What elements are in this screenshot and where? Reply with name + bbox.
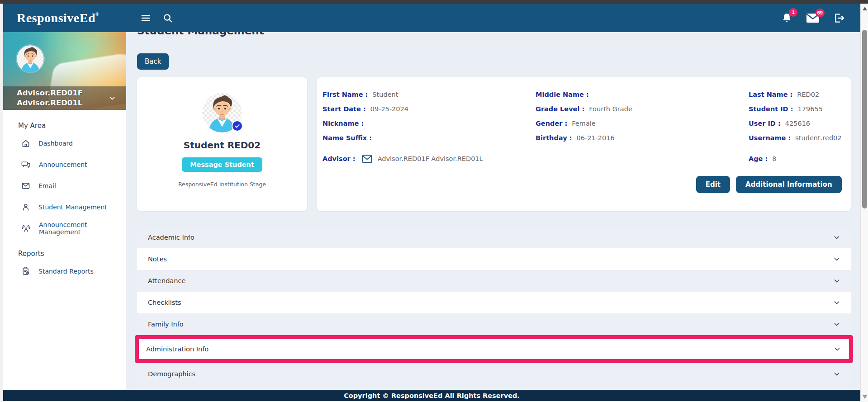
student-name: Student RED02: [184, 140, 261, 151]
accordion-row-notes[interactable]: Notes: [137, 248, 851, 270]
info-row: Student ID179655: [749, 102, 842, 116]
sidebar-item-label: Dashboard: [38, 140, 73, 147]
sidebar-item-label: Announcement Management: [39, 221, 126, 236]
search-icon[interactable]: [162, 13, 173, 24]
sidebar-item-announcement-management[interactable]: Announcement Management: [3, 218, 126, 239]
info-row: Birthday06-21-2016: [536, 131, 749, 145]
accordion-row-demographics[interactable]: Demographics: [137, 363, 851, 385]
responsiveed-logo[interactable]: ResponsiveEd®: [17, 11, 99, 25]
info-row: GenderFemale: [536, 116, 749, 131]
student-profile-card: Student RED02 Message Student Responsive…: [137, 77, 307, 211]
people-group-icon: [21, 224, 31, 233]
footer-bar: Copyright © ResponsiveEd All Rights Rese…: [3, 390, 860, 401]
chevron-down-icon[interactable]: [833, 320, 841, 328]
info-row: Start Date09-25-2024: [323, 102, 536, 116]
scrollbar-up-arrow-icon[interactable]: [863, 7, 867, 10]
scrollbar-thumb[interactable]: [862, 30, 867, 208]
sidebar-item-label: Standard Reports: [38, 268, 94, 275]
app-chrome: ResponsiveEd® 1: [3, 4, 860, 402]
age-row: Age8: [749, 151, 842, 166]
profile-chevron-down-icon[interactable]: [108, 94, 116, 102]
info-row: Grade LevelFourth Grade: [536, 102, 749, 116]
sidebar-item-announcement[interactable]: Announcement: [3, 154, 126, 175]
accordion-row-checklists[interactable]: Checklists: [137, 292, 851, 313]
info-row: Nickname: [323, 116, 536, 131]
advisor-name-line2: Advisor.RED01L: [17, 98, 83, 108]
nav-section-reports: Reports: [3, 250, 126, 258]
top-header-bar: ResponsiveEd® 1: [3, 4, 860, 32]
chevron-down-icon[interactable]: [833, 298, 841, 307]
info-row: First NameStudent: [323, 87, 536, 102]
hamburger-menu-icon[interactable]: [141, 14, 151, 22]
page-scrollbar[interactable]: [860, 4, 868, 402]
info-row: Middle Name: [536, 87, 749, 102]
student-sections-accordion: Academic Info Notes Attendance Checklist…: [137, 227, 851, 385]
sidebar-profile-banner: Advisor.RED01F Advisor.RED01L: [3, 32, 126, 110]
sidebar-item-standard-reports[interactable]: Standard Reports: [3, 260, 126, 282]
window-top-strip: [0, 0, 868, 4]
logo-text: ResponsiveEd: [17, 11, 95, 25]
chevron-down-icon[interactable]: [833, 345, 841, 353]
sidebar: Advisor.RED01F Advisor.RED01L My Area: [3, 32, 126, 402]
notifications-bell-icon[interactable]: 1: [781, 12, 792, 24]
sidebar-item-label: Announcement: [39, 161, 87, 168]
logout-icon[interactable]: [833, 12, 845, 24]
chevron-down-icon[interactable]: [833, 277, 841, 285]
additional-information-button[interactable]: Additional Information: [736, 176, 842, 193]
verified-check-icon: [232, 120, 243, 132]
info-row: User ID425616: [749, 116, 842, 131]
mail-count-badge: 69: [816, 9, 825, 17]
app-window: ResponsiveEd® 1: [0, 0, 868, 402]
logo-registered-mark: ®: [95, 12, 99, 17]
sidebar-nav: My Area Dashboard: [3, 110, 126, 282]
sidebar-item-dashboard[interactable]: Dashboard: [3, 132, 126, 154]
advisor-name-line1: Advisor.RED01F: [17, 88, 83, 98]
sidebar-item-student-management[interactable]: Student Management: [3, 196, 126, 218]
header-right-icons: 1 69: [781, 12, 845, 24]
chevron-down-icon[interactable]: [833, 233, 841, 241]
window-left-edge: [0, 4, 3, 402]
copyright-text: Copyright © ResponsiveEd All Rights Rese…: [344, 392, 520, 399]
mail-icon[interactable]: 69: [806, 13, 820, 24]
sidebar-item-label: Email: [38, 182, 56, 189]
advisor-avatar: [17, 45, 44, 72]
institution-label: ResponsiveEd Institution Stage: [178, 181, 266, 188]
info-row: Name Suffix: [323, 131, 536, 145]
accordion-row-administration-info[interactable]: Administration Info: [135, 335, 853, 363]
student-info-card: First NameStudent Start Date09-25-2024 N…: [317, 77, 851, 211]
sidebar-item-email[interactable]: Email: [3, 175, 126, 196]
accordion-row-academic-info[interactable]: Academic Info: [137, 227, 851, 248]
chevron-down-icon[interactable]: [833, 370, 841, 378]
back-button[interactable]: Back: [137, 53, 169, 70]
main-content: Student Management Back Stu: [126, 32, 868, 402]
advisor-mail-icon[interactable]: [362, 155, 372, 163]
chat-bubbles-icon: [21, 160, 31, 169]
message-student-button[interactable]: Message Student: [182, 157, 262, 172]
edit-button[interactable]: Edit: [696, 176, 730, 193]
nav-section-my-area: My Area: [3, 122, 126, 130]
sidebar-item-label: Student Management: [38, 203, 107, 211]
clipboard-clock-icon: [21, 266, 30, 276]
envelope-icon: [21, 181, 30, 190]
accordion-row-family-info[interactable]: Family Info: [137, 313, 851, 335]
advisor-name-band[interactable]: Advisor.RED01F Advisor.RED01L: [3, 86, 126, 110]
notification-count-badge: 1: [789, 8, 797, 17]
info-row: Last NameRED02: [749, 87, 842, 102]
advisor-row: Advisor Advisor.RED01F Advisor.RED01L: [323, 151, 536, 166]
accordion-row-attendance[interactable]: Attendance: [137, 270, 851, 292]
home-icon: [21, 139, 30, 148]
scrollbar-down-arrow-icon[interactable]: [863, 395, 867, 399]
info-column-1: First NameStudent Start Date09-25-2024 N…: [323, 87, 536, 211]
chevron-down-icon[interactable]: [833, 255, 841, 263]
info-row: Usernamestudent.red02: [749, 131, 842, 145]
person-icon: [21, 203, 30, 212]
